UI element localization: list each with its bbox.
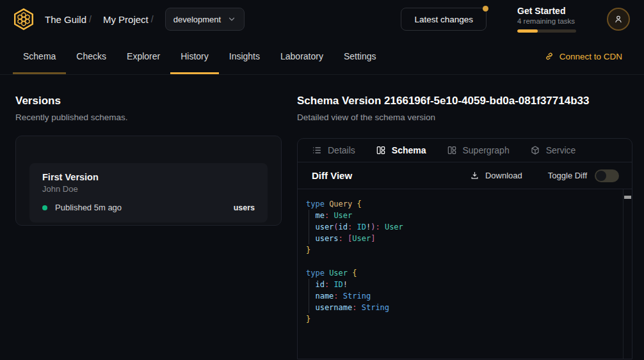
target-selector-dropdown[interactable]: development bbox=[165, 8, 245, 31]
main-content: Versions Recently published schemas. Fir… bbox=[0, 75, 644, 360]
download-button[interactable]: Download bbox=[470, 171, 522, 180]
user-avatar[interactable] bbox=[607, 8, 630, 31]
nav-tab-schema[interactable]: Schema bbox=[13, 38, 66, 74]
get-started-widget[interactable]: Get Started 4 remaining tasks bbox=[517, 6, 576, 33]
nav-tab-insights[interactable]: Insights bbox=[219, 38, 270, 74]
indent-guide bbox=[309, 210, 309, 244]
schema-version-subtitle: Detailed view of the schema version bbox=[297, 113, 632, 122]
schema-version-title: Schema Version 2166196f-5e10-4059-bd0a-0… bbox=[297, 95, 632, 107]
columns-icon bbox=[376, 145, 386, 155]
tab-supergraph-label: Supergraph bbox=[463, 145, 510, 155]
connect-to-cdn-link[interactable]: Connect to CDN bbox=[544, 38, 622, 74]
latest-changes-label: Latest changes bbox=[414, 15, 473, 24]
user-icon bbox=[613, 13, 624, 25]
scrollbar-thumb[interactable] bbox=[624, 196, 631, 199]
get-started-progressbar bbox=[517, 29, 576, 33]
target-selector-value: development bbox=[173, 15, 221, 24]
scrollbar-track bbox=[623, 189, 624, 359]
tab-service[interactable]: Service bbox=[530, 145, 576, 155]
breadcrumb-separator: / bbox=[89, 14, 92, 24]
cube-icon bbox=[530, 145, 540, 155]
link-icon bbox=[544, 51, 554, 61]
detail-tabbar: Details Schema bbox=[298, 139, 632, 162]
chevron-down-icon bbox=[227, 15, 236, 24]
schema-version-panel: Schema Version 2166196f-5e10-4059-bd0a-0… bbox=[282, 75, 644, 360]
diff-toolbar: Diff View Download Toggle Diff bbox=[298, 162, 632, 189]
version-status: Published 5m ago bbox=[55, 203, 122, 212]
versions-panel: Versions Recently published schemas. Fir… bbox=[0, 75, 282, 360]
indent-guide bbox=[309, 279, 309, 313]
tab-details-label: Details bbox=[328, 145, 355, 155]
tab-schema[interactable]: Schema bbox=[376, 145, 426, 155]
get-started-progress-fill bbox=[517, 29, 538, 33]
connect-to-cdn-label: Connect to CDN bbox=[559, 52, 622, 61]
get-started-title: Get Started bbox=[517, 6, 576, 16]
nav-tab-history[interactable]: History bbox=[170, 38, 219, 74]
notification-dot bbox=[483, 6, 488, 12]
target-nav: Schema Checks Explorer History Insights … bbox=[0, 38, 644, 75]
nav-tab-settings[interactable]: Settings bbox=[334, 38, 387, 74]
published-status-dot bbox=[42, 205, 47, 210]
breadcrumb-separator: / bbox=[151, 14, 154, 24]
versions-list-card: First Version John Doe Published 5m ago … bbox=[15, 136, 282, 226]
version-list-item[interactable]: First Version John Doe Published 5m ago … bbox=[29, 163, 268, 223]
tab-supergraph[interactable]: Supergraph bbox=[447, 145, 510, 155]
breadcrumb-project[interactable]: My Project bbox=[103, 14, 149, 25]
latest-changes-button[interactable]: Latest changes bbox=[401, 8, 487, 31]
download-icon bbox=[470, 171, 479, 180]
nav-tab-checks[interactable]: Checks bbox=[66, 38, 117, 74]
schema-detail-box: Details Schema bbox=[297, 138, 632, 359]
tab-service-label: Service bbox=[546, 145, 576, 155]
graphql-schema-code: type Query { me: User user(id: ID!): Use… bbox=[306, 198, 615, 325]
toggle-diff-label: Toggle Diff bbox=[548, 171, 587, 180]
tab-details[interactable]: Details bbox=[312, 145, 355, 155]
service-badge: users bbox=[234, 203, 255, 212]
version-author: John Doe bbox=[42, 184, 255, 194]
nav-tab-laboratory[interactable]: Laboratory bbox=[270, 38, 334, 74]
get-started-subtitle: 4 remaining tasks bbox=[517, 17, 576, 25]
versions-subtitle: Recently published schemas. bbox=[15, 113, 282, 122]
nav-tab-explorer[interactable]: Explorer bbox=[117, 38, 170, 74]
toggle-diff-switch[interactable] bbox=[595, 169, 619, 182]
columns-icon bbox=[447, 145, 457, 155]
guild-hive-logo-icon[interactable] bbox=[12, 7, 36, 31]
tab-schema-label: Schema bbox=[392, 145, 426, 155]
schema-code-viewer[interactable]: type Query { me: User user(id: ID!): Use… bbox=[298, 189, 632, 359]
breadcrumb-org[interactable]: The Guild bbox=[45, 14, 86, 25]
versions-title: Versions bbox=[15, 95, 282, 107]
app-header: The Guild / My Project / development Lat… bbox=[0, 0, 644, 38]
toggle-knob bbox=[596, 171, 606, 181]
list-icon bbox=[312, 145, 322, 155]
version-name: First Version bbox=[42, 172, 255, 182]
diff-view-title: Diff View bbox=[312, 170, 352, 181]
download-label: Download bbox=[485, 171, 522, 180]
